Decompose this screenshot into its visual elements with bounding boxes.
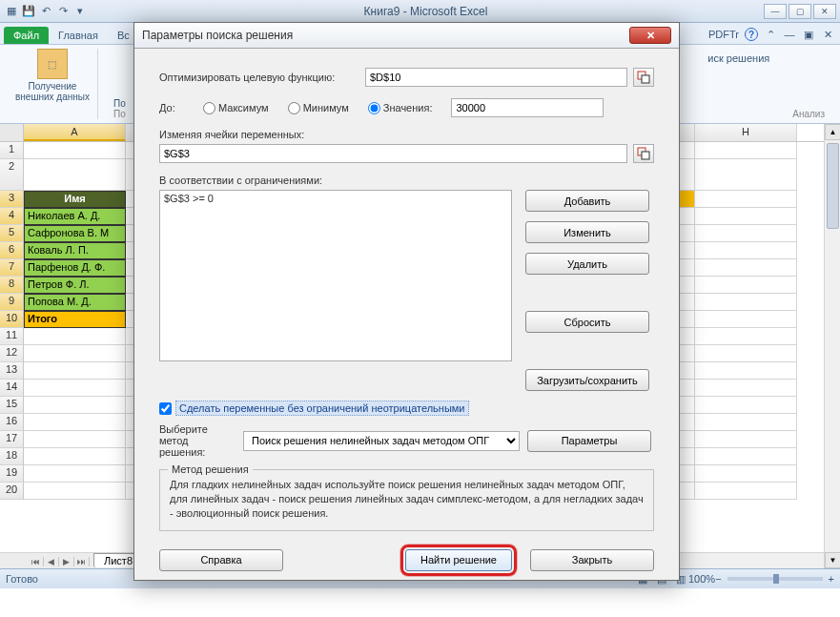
constraint-item[interactable]: $G$3 >= 0: [164, 193, 507, 204]
ribbon-group-analysis: Анализ: [785, 49, 832, 119]
constraints-label: В соответствии с ограничениями:: [159, 175, 654, 186]
method-label: Выберите метод решения:: [159, 423, 236, 458]
sheet-minimize-icon[interactable]: —: [783, 28, 796, 41]
sheet-last-icon[interactable]: ⏭: [74, 557, 90, 566]
zoom-slider[interactable]: [727, 577, 823, 581]
scroll-up-icon[interactable]: ▲: [825, 124, 840, 140]
dialog-title: Параметры поиска решения: [142, 29, 629, 42]
range-picker-button[interactable]: [633, 144, 654, 163]
help-icon[interactable]: ?: [745, 28, 758, 41]
get-external-data-button[interactable]: ⬚ Получение внешних данных: [15, 49, 90, 102]
tab-home[interactable]: Главная: [49, 27, 108, 44]
undo-icon[interactable]: ↶: [38, 4, 53, 19]
redo-icon[interactable]: ↷: [55, 4, 71, 19]
col-header[interactable]: H: [695, 124, 797, 141]
group-legend: Метод решения: [168, 463, 253, 475]
window-title: Книга9 - Microsoft Excel: [88, 5, 764, 18]
sheet-tabs: ⏮ ◀ ▶ ⏭ Лист8: [0, 553, 143, 568]
ribbon-group-external-data: ⬚ Получение внешних данных: [8, 49, 98, 119]
close-button[interactable]: ✕: [813, 4, 836, 19]
tab-pdf[interactable]: PDFTr: [708, 29, 739, 40]
radio-min[interactable]: Минимум: [288, 102, 349, 114]
get-data-label: Получение внешних данных: [15, 81, 90, 102]
method-groupbox: Метод решения Для гладких нелинейных зад…: [159, 469, 654, 531]
variables-label: Изменяя ячейки переменных:: [159, 129, 654, 140]
tab-file[interactable]: Файл: [4, 27, 49, 44]
ribbon-right: PDFTr ? ⌃ — ▣ ✕: [708, 28, 834, 41]
svg-rect-1: [642, 75, 649, 83]
dialog-body: Оптимизировать целевую функцию: До: Макс…: [134, 49, 679, 589]
close-button[interactable]: Закрыть: [530, 549, 654, 571]
range-select-icon: [637, 147, 650, 160]
quick-access-toolbar: ▦ 💾 ↶ ↷ ▾: [4, 4, 88, 19]
value-input[interactable]: [451, 98, 604, 117]
to-label: До:: [159, 102, 197, 113]
solve-button[interactable]: Найти решение: [405, 549, 512, 571]
maximize-button[interactable]: ▢: [789, 4, 811, 19]
radio-value[interactable]: Значения:: [368, 102, 433, 114]
window-controls: — ▢ ✕: [764, 4, 836, 19]
qat-more-icon[interactable]: ▾: [72, 4, 88, 19]
excel-icon: ▦: [4, 4, 19, 19]
status-ready: Готово: [6, 573, 38, 585]
cell[interactable]: [24, 142, 126, 159]
title-bar: ▦ 💾 ↶ ↷ ▾ Книга9 - Microsoft Excel — ▢ ✕: [0, 0, 840, 23]
svg-rect-3: [642, 152, 649, 159]
ribbon-minimize-icon[interactable]: ⌃: [764, 28, 777, 41]
nonneg-checkbox[interactable]: Сделать переменные без ограничений неотр…: [159, 401, 654, 416]
variables-input[interactable]: [159, 144, 627, 163]
save-icon[interactable]: 💾: [21, 4, 36, 19]
objective-input[interactable]: [365, 68, 627, 87]
dialog-titlebar[interactable]: Параметры поиска решения ✕: [134, 23, 679, 49]
sheet-first-icon[interactable]: ⏮: [29, 557, 44, 566]
parameters-button[interactable]: Параметры: [527, 430, 651, 452]
get-data-icon: ⬚: [37, 49, 68, 79]
sheet-close-icon[interactable]: ✕: [821, 28, 834, 41]
range-select-icon: [637, 71, 650, 84]
sheet-nav: ⏮ ◀ ▶ ⏭: [29, 557, 90, 566]
zoom-in-icon[interactable]: +: [829, 573, 834, 585]
scroll-thumb[interactable]: [827, 143, 839, 229]
name-header[interactable]: Имя: [24, 191, 126, 208]
sheet-next-icon[interactable]: ▶: [59, 557, 74, 566]
zoom-out-icon[interactable]: −: [715, 573, 721, 585]
col-header[interactable]: A: [24, 124, 126, 141]
load-save-button[interactable]: Загрузить/сохранить: [525, 369, 649, 391]
delete-button[interactable]: Удалить: [525, 253, 649, 275]
ribbon-group-nav: По По: [106, 49, 134, 119]
dialog-close-button[interactable]: ✕: [629, 27, 671, 44]
method-description: Для гладких нелинейных задач используйте…: [170, 478, 644, 521]
objective-label: Оптимизировать целевую функцию:: [159, 72, 359, 83]
radio-max[interactable]: Максимум: [203, 102, 269, 114]
help-button[interactable]: Справка: [159, 549, 283, 571]
zoom-level[interactable]: 100%: [688, 573, 715, 585]
sheet-prev-icon[interactable]: ◀: [44, 557, 59, 566]
constraints-listbox[interactable]: $G$3 >= 0: [159, 190, 512, 361]
scroll-down-icon[interactable]: ▼: [825, 552, 840, 568]
select-all-corner[interactable]: [0, 124, 24, 142]
change-button[interactable]: Изменить: [525, 221, 649, 243]
solver-dialog: Параметры поиска решения ✕ Оптимизироват…: [133, 22, 680, 581]
method-select[interactable]: Поиск решения нелинейных задач методом О…: [243, 431, 520, 451]
row-header[interactable]: 1: [0, 142, 24, 159]
vertical-scrollbar[interactable]: ▲ ▼: [824, 124, 840, 568]
range-picker-button[interactable]: [633, 68, 654, 87]
sheet-restore-icon[interactable]: ▣: [802, 28, 815, 41]
minimize-button[interactable]: —: [764, 4, 787, 19]
add-button[interactable]: Добавить: [525, 190, 649, 212]
reset-button[interactable]: Сбросить: [525, 311, 649, 333]
solver-label[interactable]: иск решения: [704, 49, 773, 68]
solve-highlight: Найти решение: [400, 545, 517, 576]
row-header[interactable]: 2: [0, 159, 24, 191]
